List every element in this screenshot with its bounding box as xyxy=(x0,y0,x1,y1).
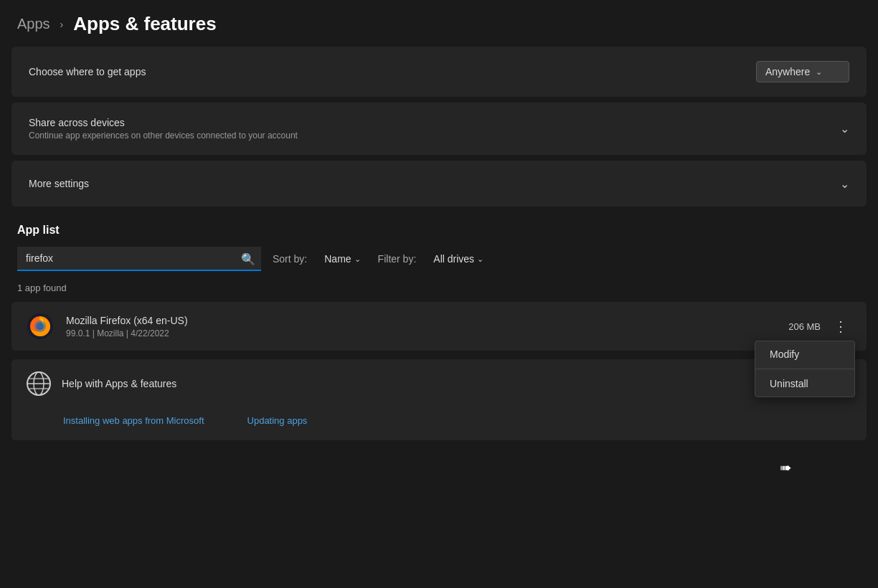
search-icon[interactable]: 🔍 xyxy=(241,252,255,266)
context-menu-divider xyxy=(755,369,854,369)
help-left: Help with Apps & features xyxy=(26,371,176,397)
share-across-section: Share across devices Continue app experi… xyxy=(11,103,867,155)
anywhere-dropdown-container: Anywhere ⌄ xyxy=(756,61,849,82)
share-across-expand[interactable]: ⌄ xyxy=(840,122,849,136)
anywhere-dropdown[interactable]: Anywhere ⌄ xyxy=(756,61,849,82)
app-version: 99.0.1 xyxy=(66,328,90,338)
context-menu-uninstall[interactable]: Uninstall xyxy=(755,371,854,397)
filter-chevron-icon: ⌄ xyxy=(477,255,483,264)
choose-where-section: Choose where to get apps Anywhere ⌄ xyxy=(11,47,867,97)
share-across-title: Share across devices xyxy=(29,117,298,128)
app-meta: 99.0.1 | Mozilla | 4/22/2022 xyxy=(66,328,188,338)
more-settings-row: More settings ⌄ xyxy=(11,161,867,207)
choose-where-title: Choose where to get apps xyxy=(29,66,146,77)
help-header: Help with Apps & features ⌄ xyxy=(11,359,867,408)
sort-dropdown[interactable]: Name ⌄ xyxy=(324,253,360,265)
app-date: 4/22/2022 xyxy=(131,328,169,338)
app-more-options-button[interactable]: ⋮ xyxy=(829,316,852,336)
share-across-chevron-icon: ⌄ xyxy=(840,122,849,136)
help-section: Help with Apps & features ⌄ Installing w… xyxy=(11,359,867,440)
context-menu: Modify Uninstall xyxy=(755,341,855,397)
filter-dropdown[interactable]: All drives ⌄ xyxy=(433,253,483,265)
more-settings-section: More settings ⌄ xyxy=(11,161,867,207)
results-count: 1 app found xyxy=(0,283,878,293)
share-across-text: Share across devices Continue app experi… xyxy=(29,117,298,141)
cursor-arrow-icon: ➠ xyxy=(780,459,792,476)
context-menu-modify[interactable]: Modify xyxy=(755,341,854,367)
filter-label: Filter by: xyxy=(378,253,417,265)
app-item-right: 206 MB ⋮ xyxy=(788,316,852,336)
help-title: Help with Apps & features xyxy=(62,378,176,389)
search-input[interactable] xyxy=(17,247,261,271)
help-links: Installing web apps from Microsoft Updat… xyxy=(11,408,867,440)
sort-filter-row: Sort by: Name ⌄ Filter by: All drives ⌄ xyxy=(273,253,483,265)
app-list-section: App list 🔍 Sort by: Name ⌄ Filter by: Al… xyxy=(0,209,878,271)
app-item-left: Mozilla Firefox (x64 en-US) 99.0.1 | Moz… xyxy=(26,312,188,341)
breadcrumb-apps[interactable]: Apps xyxy=(17,16,50,32)
anywhere-value: Anywhere xyxy=(765,66,810,77)
firefox-icon xyxy=(26,312,55,341)
app-list-title: App list xyxy=(17,224,861,237)
share-across-row: Share across devices Continue app experi… xyxy=(11,103,867,155)
search-container: 🔍 xyxy=(17,247,261,271)
help-link-updating[interactable]: Updating apps xyxy=(247,415,308,426)
sort-value-text: Name xyxy=(324,253,351,265)
app-info: Mozilla Firefox (x64 en-US) 99.0.1 | Moz… xyxy=(66,315,188,338)
sort-label: Sort by: xyxy=(273,253,307,265)
more-settings-chevron-icon: ⌄ xyxy=(840,177,849,191)
breadcrumb-current: Apps & features xyxy=(73,13,216,35)
more-settings-expand[interactable]: ⌄ xyxy=(840,177,849,191)
help-globe-icon xyxy=(26,371,52,397)
help-link-installing[interactable]: Installing web apps from Microsoft xyxy=(63,415,204,426)
breadcrumb-chevron-icon: › xyxy=(60,19,64,30)
choose-where-row: Choose where to get apps Anywhere ⌄ xyxy=(11,47,867,97)
dropdown-chevron-icon: ⌄ xyxy=(816,67,822,77)
app-name: Mozilla Firefox (x64 en-US) xyxy=(66,315,188,326)
svg-point-3 xyxy=(37,323,44,330)
app-item: Mozilla Firefox (x64 en-US) 99.0.1 | Moz… xyxy=(11,302,867,351)
app-size: 206 MB xyxy=(788,321,821,332)
sort-chevron-icon: ⌄ xyxy=(354,255,361,264)
filter-value-text: All drives xyxy=(433,253,474,265)
share-across-subtitle: Continue app experiences on other device… xyxy=(29,131,298,141)
search-sort-row: 🔍 Sort by: Name ⌄ Filter by: All drives … xyxy=(17,247,861,271)
breadcrumb: Apps › Apps & features xyxy=(0,0,878,47)
app-publisher: Mozilla xyxy=(97,328,123,338)
more-settings-title: More settings xyxy=(29,178,89,189)
